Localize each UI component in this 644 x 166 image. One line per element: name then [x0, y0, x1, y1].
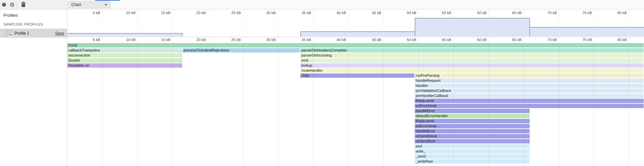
flame-gridline — [138, 37, 138, 166]
flame-bar[interactable]: defaultErrorHandler — [415, 114, 530, 118]
overview-tick-label: 50 kB — [397, 11, 416, 15]
overview-tick-label: 65 kB — [502, 11, 522, 15]
flame-bar[interactable]: routeHandler — [300, 68, 644, 73]
flame-bar[interactable]: Readable.on — [67, 63, 182, 68]
sampling-profiles-section-header: SAMPLING PROFILES — [0, 18, 67, 29]
overview-tick-label: 75 kB — [572, 11, 592, 15]
record-icon — [2, 3, 6, 7]
memory-profiler-panel: Chart Profiles SAMPLING PROFILES % Profi… — [0, 0, 644, 166]
flame-bar[interactable]: _writeRaw — [415, 159, 530, 164]
ruler-tick-label: 20 kB — [186, 38, 206, 42]
flame-gridline — [489, 37, 489, 166]
flame-bar[interactable]: parserOnHeadersComplete — [300, 48, 644, 53]
overview-timeline[interactable]: 5 kB10 kB15 kB20 kB25 kB30 kB35 kB40 kB4… — [67, 9, 644, 37]
flame-bar[interactable]: Socket — [67, 58, 182, 63]
overview-dotted-gridline — [383, 18, 384, 36]
ruler-tick-label: 35 kB — [292, 38, 311, 42]
overview-dotted-gridline — [524, 18, 524, 36]
flame-gridline — [559, 37, 559, 166]
flame-bar[interactable]: handleRequest — [415, 78, 644, 83]
flame-gridline — [383, 37, 384, 166]
flame-gridline — [278, 37, 278, 166]
flame-bar[interactable]: _send — [415, 154, 530, 159]
save-profile-link[interactable]: Save — [55, 31, 64, 36]
overview-dotted-gridline — [243, 18, 243, 36]
overview-tick-label: 35 kB — [292, 11, 311, 15]
overview-dotted-gridline — [173, 18, 173, 36]
overview-tick-label: 70 kB — [537, 11, 557, 15]
ruler-tick-label: 65 kB — [502, 38, 522, 42]
flame-bar[interactable]: emit — [300, 58, 644, 63]
flame-bar[interactable]: parserOnIncoming — [300, 53, 644, 58]
overview-tick-label: 20 kB — [186, 11, 206, 15]
ruler-tick-label: 50 kB — [397, 38, 416, 42]
overview-tick-label: 60 kB — [467, 11, 487, 15]
record-heap-profile-button[interactable] — [0, 1, 8, 9]
profile-name: Profile 1 — [14, 31, 29, 36]
overview-tick-label: 80 kB — [607, 11, 627, 15]
ruler-tick-label: 70 kB — [537, 38, 557, 42]
toolbar-divider — [17, 2, 17, 7]
ruler-tick-label: 45 kB — [362, 38, 381, 42]
flame-bar[interactable]: (root) — [67, 43, 644, 47]
ruler-tick-label: 40 kB — [327, 38, 346, 42]
ruler-tick-label: 55 kB — [432, 38, 451, 42]
flame-bar[interactable]: onconnection — [67, 53, 182, 58]
flame-gridline — [102, 37, 103, 166]
flame-bar[interactable]: Reply.send — [415, 119, 530, 123]
flame-gridline — [453, 37, 454, 166]
overview-dotted-gridline — [208, 18, 208, 36]
flame-bar[interactable]: callbackTrampoline — [67, 48, 182, 53]
flame-bar[interactable]: preHandlerCallback — [415, 94, 644, 98]
flame-bar[interactable]: onSendEnd — [415, 139, 530, 143]
overview-tick-label: 55 kB — [432, 11, 451, 15]
overview-dotted-gridline — [138, 18, 138, 36]
chevron-down-icon — [105, 4, 107, 6]
flame-bar[interactable]: write_ — [415, 149, 530, 154]
flame-bar[interactable]: preValidationCallback — [415, 89, 644, 93]
ruler-tick-label: 25 kB — [221, 38, 241, 42]
overview-dotted-gridline — [278, 18, 278, 36]
allocation-chart-pane: 5 kB10 kB15 kB20 kB25 kB30 kB35 kB40 kB4… — [67, 9, 644, 166]
overview-area-step — [530, 27, 644, 36]
overview-tick-label: 15 kB — [151, 11, 171, 15]
flame-bar[interactable]: processTicksAndRejections — [183, 48, 300, 53]
overview-dotted-gridline — [348, 18, 348, 36]
view-mode-select[interactable]: Chart — [68, 1, 110, 8]
delete-profile-button[interactable] — [19, 1, 27, 9]
overview-dotted-gridline — [102, 18, 103, 36]
flame-bar[interactable]: runPreParsing — [415, 73, 644, 78]
overview-tick-label: 40 kB — [327, 11, 346, 15]
flame-gridline — [208, 37, 208, 166]
overview-tick-label: 5 kB — [81, 11, 100, 15]
flame-bar[interactable]: handler — [415, 84, 644, 88]
ruler-tick-label: 10 kB — [116, 38, 136, 42]
ruler-tick-label: 60 kB — [467, 38, 487, 42]
flame-bar[interactable]: onSendHook — [415, 134, 530, 138]
overview-dotted-gridline — [629, 18, 629, 36]
profile-item-profile-1[interactable]: % Profile 1 Save — [0, 29, 67, 38]
overview-dotted-gridline — [559, 18, 559, 36]
ruler-tick-label: 80 kB — [607, 38, 627, 42]
flame-bar[interactable]: lookup — [300, 63, 644, 68]
flame-bar[interactable]: child — [300, 73, 414, 78]
overview-dotted-gridline — [418, 18, 419, 36]
flame-gridline — [594, 37, 594, 166]
flame-bar[interactable]: Reply.send — [415, 99, 644, 103]
flame-bar[interactable]: onErrorHook — [415, 104, 644, 108]
flame-gridline — [348, 37, 348, 166]
toolbar: Chart — [0, 0, 644, 9]
profiles-toolbar — [0, 0, 67, 9]
flame-bar[interactable]: handleError — [415, 129, 530, 133]
ruler-tick-label: 5 kB — [81, 38, 100, 42]
ruler-tick-label: 15 kB — [151, 38, 171, 42]
ruler-tick-label: 30 kB — [256, 38, 276, 42]
flame-bar[interactable]: onErrorHook — [415, 124, 530, 128]
clear-all-profiles-button[interactable] — [8, 1, 16, 9]
clear-icon — [10, 3, 14, 7]
flame-bar[interactable]: handleError — [415, 109, 530, 113]
sampling-profile-icon: % — [5, 30, 12, 36]
flame-bar[interactable]: end — [415, 144, 530, 148]
overview-area-step — [300, 31, 415, 36]
profiles-sidebar: Profiles SAMPLING PROFILES % Profile 1 S… — [0, 9, 67, 166]
